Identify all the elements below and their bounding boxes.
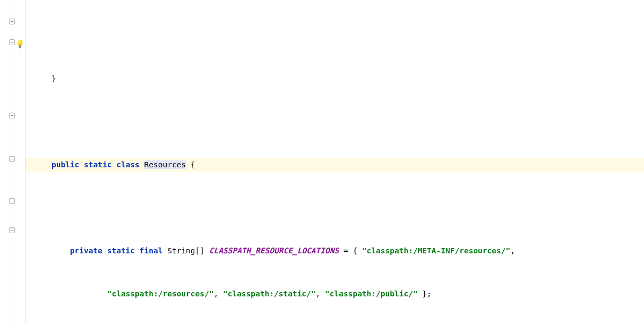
field-name: CLASSPATH_RESOURCE_LOCATIONS bbox=[209, 246, 339, 255]
code-line[interactable]: "classpath:/resources/", "classpath:/sta… bbox=[25, 287, 644, 301]
punct: , bbox=[316, 289, 325, 298]
punct: , bbox=[510, 246, 515, 255]
keyword: static bbox=[107, 246, 135, 255]
keyword: public bbox=[51, 160, 79, 169]
code-line[interactable] bbox=[25, 115, 644, 129]
keyword: static bbox=[84, 160, 111, 169]
string-literal: "classpath:/resources/" bbox=[107, 289, 214, 298]
brace: { bbox=[186, 160, 195, 169]
keyword: class bbox=[116, 160, 140, 169]
keyword: private bbox=[70, 246, 102, 255]
intention-bulb-icon[interactable]: 💡 bbox=[15, 40, 24, 48]
punct: , bbox=[213, 289, 222, 298]
code-line[interactable]: } bbox=[25, 72, 644, 86]
editor-gutter: 💡 bbox=[0, 0, 25, 324]
keyword: final bbox=[140, 246, 163, 255]
code-line[interactable] bbox=[25, 201, 644, 215]
string-literal: "classpath:/META-INF/resources/" bbox=[362, 246, 510, 255]
code-area[interactable]: } public static class Resources { privat… bbox=[25, 0, 644, 324]
fold-toggle-icon[interactable] bbox=[7, 154, 16, 164]
punct: }; bbox=[418, 289, 432, 298]
code-line-highlighted[interactable]: public static class Resources { bbox=[25, 158, 644, 172]
string-literal: "classpath:/static/" bbox=[223, 289, 316, 298]
code-editor[interactable]: 💡 } public static class Resources { priv… bbox=[0, 0, 644, 324]
fold-toggle-icon[interactable] bbox=[7, 196, 16, 206]
selected-text: Resources bbox=[144, 160, 186, 169]
vertical-scrollbar[interactable] bbox=[638, 0, 644, 324]
fold-toggle-icon[interactable] bbox=[7, 16, 16, 26]
code-line[interactable]: private static final String[] CLASSPATH_… bbox=[25, 244, 644, 258]
operator: = { bbox=[339, 246, 362, 255]
fold-toggle-icon[interactable] bbox=[7, 225, 16, 235]
string-literal: "classpath:/public/" bbox=[325, 289, 418, 298]
fold-toggle-icon[interactable] bbox=[7, 110, 16, 120]
brace: } bbox=[51, 74, 56, 83]
type-name: String[] bbox=[167, 246, 204, 255]
code-line[interactable] bbox=[25, 29, 644, 43]
